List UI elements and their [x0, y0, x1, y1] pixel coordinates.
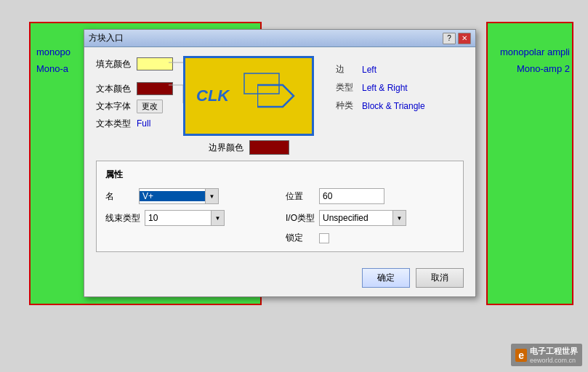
io-select-text: Unspecified	[320, 213, 392, 223]
properties-title: 属性	[105, 169, 454, 181]
side-value: Left	[362, 65, 376, 75]
left-color-area: 填充颜色 文本颜色 文本字体 更改 文本类型 Full	[96, 56, 183, 155]
lock-spacer	[105, 232, 274, 244]
dialog-titlebar: 方块入口 ? ✕	[84, 30, 475, 47]
side-label: 边	[336, 63, 358, 76]
kind-value: Block & Triangle	[362, 101, 425, 111]
lock-row: 锁定	[286, 232, 454, 244]
text-color-swatch[interactable]	[137, 82, 173, 95]
bundle-label: 线束类型	[105, 212, 140, 225]
svg-rect-5	[244, 73, 279, 94]
name-dropdown-arrow[interactable]: ▼	[205, 189, 218, 203]
name-row: 名 V+ ▼	[105, 188, 274, 204]
bg-text-right: monopolar ampli Mono-amp 2	[500, 44, 570, 78]
io-dropdown-arrow[interactable]: ▼	[392, 211, 406, 225]
dialog-footer: 确定 取消	[84, 261, 475, 296]
preview-text: CLK	[196, 86, 229, 105]
bundle-select-text: 10	[145, 213, 211, 223]
position-row: 位置	[286, 188, 454, 204]
lock-checkbox[interactable]	[319, 233, 329, 243]
help-button[interactable]: ?	[443, 33, 456, 44]
text-color-label: 文本颜色	[96, 83, 131, 95]
border-color-label: 边界颜色	[209, 142, 243, 154]
title-buttons: ? ✕	[443, 33, 471, 44]
bundle-row: 线束类型 10 ▼	[105, 210, 274, 226]
border-color-swatch[interactable]	[249, 140, 289, 155]
position-input[interactable]	[319, 188, 384, 204]
bundle-select[interactable]: 10 ▼	[145, 210, 225, 226]
props-grid: 名 V+ ▼ 位置 线束类型 10 ▼	[105, 188, 454, 244]
name-select[interactable]: V+ ▼	[139, 188, 219, 204]
preview-box: CLK	[183, 56, 314, 136]
kind-row: 种类 Block & Triangle	[336, 100, 425, 112]
font-label: 文本字体	[96, 100, 131, 113]
ok-button[interactable]: 确定	[362, 268, 410, 288]
font-type-value[interactable]: Full	[137, 118, 150, 129]
bundle-dropdown-arrow[interactable]: ▼	[211, 211, 224, 225]
dialog-title: 方块入口	[89, 32, 124, 44]
side-row: 边 Left	[336, 63, 425, 76]
watermark: e 电子工程世界 eeworld.com.cn	[511, 344, 582, 366]
type-row: 类型 Left & Right	[336, 81, 425, 94]
font-row: 文本字体 更改	[96, 98, 183, 114]
close-button[interactable]: ✕	[458, 33, 471, 44]
lock-label: 锁定	[286, 232, 315, 244]
properties-section: 属性 名 V+ ▼ 位置 线束类型	[96, 161, 464, 252]
watermark-icon: e	[515, 349, 527, 362]
font-type-label: 文本类型	[96, 118, 131, 130]
inner-rect	[243, 73, 280, 94]
type-label: 类型	[336, 81, 358, 94]
fill-color-row: 填充颜色	[96, 56, 183, 72]
font-type-row: 文本类型 Full	[96, 116, 183, 132]
io-row: I/O类型 Unspecified ▼	[286, 210, 454, 226]
bg-text-left: monopo Mono-a	[36, 44, 71, 78]
fill-color-swatch[interactable]	[137, 57, 173, 70]
io-label: I/O类型	[286, 212, 315, 225]
border-color-row: 边界颜色	[209, 140, 289, 155]
type-value: Left & Right	[362, 83, 408, 93]
dialog-body: 填充颜色 文本颜色 文本字体 更改 文本类型 Full	[84, 47, 475, 261]
watermark-text: 电子工程世界 eeworld.com.cn	[530, 346, 578, 364]
fill-color-label: 填充颜色	[96, 58, 131, 70]
dialog-block-port: 方块入口 ? ✕ 填充颜色 文本颜色 文本字体 更改	[84, 29, 476, 297]
font-change-button[interactable]: 更改	[137, 100, 163, 113]
cancel-button[interactable]: 取消	[416, 268, 464, 288]
kind-label: 种类	[336, 100, 358, 112]
text-color-row: 文本颜色	[96, 81, 183, 97]
name-label: 名	[105, 190, 134, 203]
position-label: 位置	[286, 190, 315, 203]
name-select-text: V+	[140, 191, 205, 201]
io-select[interactable]: Unspecified ▼	[319, 210, 406, 226]
right-labels: 边 Left 类型 Left & Right 种类 Block & Triang…	[336, 56, 425, 112]
upper-section: 填充颜色 文本颜色 文本字体 更改 文本类型 Full	[96, 56, 464, 155]
